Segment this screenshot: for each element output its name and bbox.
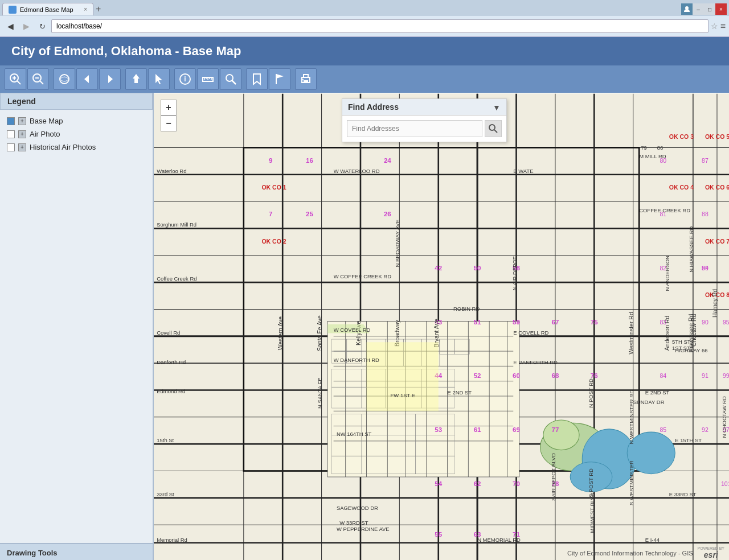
forward-extent-tool[interactable] [99, 68, 121, 90]
svg-text:5TH ST: 5TH ST [672, 339, 691, 345]
svg-text:E DANFORTH RD: E DANFORTH RD [513, 359, 558, 365]
legend-title: Legend [0, 93, 153, 110]
svg-text:88: 88 [702, 211, 708, 217]
svg-text:N POST RD: N POST RD [588, 378, 594, 407]
svg-text:Westminster Rd: Westminster Rd [628, 312, 634, 355]
page-title: City of Edmond, Oklahoma - Base Map [11, 44, 241, 58]
address-bar[interactable] [51, 19, 708, 33]
svg-text:68: 68 [551, 372, 559, 379]
svg-text:N CHOCTAW RD: N CHOCTAW RD [721, 396, 727, 438]
svg-text:N BROADWAY AVE: N BROADWAY AVE [394, 220, 400, 267]
svg-text:Harney Rd: Harney Rd [711, 289, 718, 318]
tab-bar: Edmond Base Map × + – □ × [0, 0, 729, 16]
svg-text:NW 164TH ST: NW 164TH ST [337, 431, 372, 437]
map-zoom-out-button[interactable]: − [161, 116, 177, 131]
tab-close-button[interactable]: × [84, 6, 87, 13]
print-tool[interactable] [295, 68, 317, 90]
svg-point-236 [489, 125, 495, 130]
svg-text:26: 26 [384, 211, 391, 217]
legend-panel: Legend + Base Map + Air Photo + [0, 93, 153, 543]
svg-point-89 [627, 432, 675, 474]
legend-item-basemap: + Base Map [6, 114, 147, 127]
bookmark-star-icon[interactable]: ☆ [711, 22, 718, 31]
svg-text:59: 59 [513, 319, 520, 326]
svg-text:Edmond Rd: Edmond Rd [157, 388, 185, 394]
svg-text:N SANTA FE: N SANTA FE [317, 378, 323, 409]
svg-text:69: 69 [513, 426, 520, 433]
svg-text:OK CO 7: OK CO 7 [705, 238, 729, 245]
historical-expand[interactable]: + [18, 143, 26, 151]
esri-text: esri [704, 550, 718, 559]
airphoto-checkbox[interactable] [7, 130, 15, 138]
svg-text:OK CO 2: OK CO 2 [261, 238, 286, 245]
tab-favicon [9, 6, 17, 14]
svg-text:25: 25 [306, 211, 313, 217]
find-address-header: Find Address ▼ [342, 99, 506, 116]
full-extent-tool[interactable] [54, 68, 75, 90]
refresh-button[interactable]: ↻ [35, 19, 49, 33]
svg-text:SAGEWOOD DR: SAGEWOOD DR [337, 505, 378, 511]
svg-text:OK CO 5: OK CO 5 [705, 133, 729, 140]
drawing-tools-panel[interactable]: Drawing Tools [0, 543, 153, 560]
svg-line-237 [494, 130, 497, 133]
bookmark-tool[interactable] [246, 68, 268, 90]
pan-tool[interactable] [125, 68, 147, 90]
find-address-search-button[interactable] [485, 120, 502, 137]
basemap-label: Base Map [30, 117, 63, 125]
svg-text:Western Ave: Western Ave [277, 316, 284, 350]
svg-text:Choctaw Rd: Choctaw Rd [690, 314, 697, 346]
svg-point-25 [302, 79, 304, 80]
minimize-button[interactable]: – [693, 3, 704, 15]
find-tool[interactable] [220, 68, 241, 90]
find-address-title: Find Address [348, 102, 399, 112]
basemap-expand[interactable]: + [18, 117, 26, 125]
svg-text:S WESTMINSTER: S WESTMINSTER [628, 460, 634, 505]
active-tab[interactable]: Edmond Base Map × [2, 3, 93, 15]
svg-text:94: 94 [702, 265, 708, 271]
svg-text:95: 95 [723, 319, 729, 326]
maximize-button[interactable]: □ [704, 3, 715, 15]
map-svg: 9 16 24 7 25 26 42 50 58 43 51 59 67 75 … [154, 93, 729, 560]
svg-text:E COVELL RD: E COVELL RD [513, 330, 548, 336]
toolbar: i [0, 65, 729, 93]
svg-text:MIDWEST BLVD: MIDWEST BLVD [589, 492, 595, 533]
measure-tool[interactable] [197, 68, 219, 90]
svg-line-21 [232, 80, 236, 84]
svg-text:54: 54 [435, 480, 442, 487]
legend-items: + Base Map + Air Photo + Historical Air … [0, 110, 153, 158]
new-tab-button[interactable]: + [96, 4, 101, 14]
svg-text:61: 61 [474, 426, 481, 433]
svg-text:60: 60 [513, 372, 520, 379]
svg-text:M MILL RD: M MILL RD [639, 153, 666, 159]
svg-text:51: 51 [474, 319, 481, 326]
browser-menu-button[interactable]: ≡ [720, 21, 726, 31]
basemap-checkbox[interactable] [7, 117, 15, 125]
svg-text:85: 85 [660, 426, 666, 433]
close-button[interactable]: × [715, 3, 727, 15]
zoom-in-tool[interactable] [5, 68, 26, 90]
back-extent-tool[interactable] [76, 68, 98, 90]
historical-label: Historical Air Photos [30, 143, 96, 151]
info-tool[interactable]: i [174, 68, 196, 90]
svg-text:W COVELL RD: W COVELL RD [334, 327, 371, 333]
svg-text:E 2ND ST: E 2ND ST [448, 389, 472, 396]
map-area[interactable]: 9 16 24 7 25 26 42 50 58 43 51 59 67 75 … [154, 93, 729, 560]
find-address-input[interactable] [347, 120, 482, 137]
svg-text:Danforth Rd: Danforth Rd [157, 359, 186, 365]
forward-button[interactable]: ▶ [19, 19, 33, 33]
find-address-dropdown-icon[interactable]: ▼ [493, 103, 501, 111]
airphoto-expand[interactable]: + [18, 130, 26, 138]
select-tool[interactable] [148, 68, 170, 90]
svg-text:E 2ND ST: E 2ND ST [645, 389, 670, 396]
historical-checkbox[interactable] [7, 143, 15, 151]
navigation-bar: ◀ ▶ ↻ ☆ ≡ [0, 16, 729, 36]
svg-line-6 [40, 81, 43, 84]
svg-text:92: 92 [702, 426, 708, 433]
svg-text:77: 77 [551, 426, 559, 433]
map-zoom-in-button[interactable]: + [161, 100, 177, 116]
svg-text:90: 90 [702, 319, 708, 326]
zoom-out-tool[interactable] [27, 68, 49, 90]
svg-text:OK CO 3: OK CO 3 [669, 133, 694, 140]
flag-tool[interactable] [269, 68, 290, 90]
back-button[interactable]: ◀ [3, 19, 17, 33]
